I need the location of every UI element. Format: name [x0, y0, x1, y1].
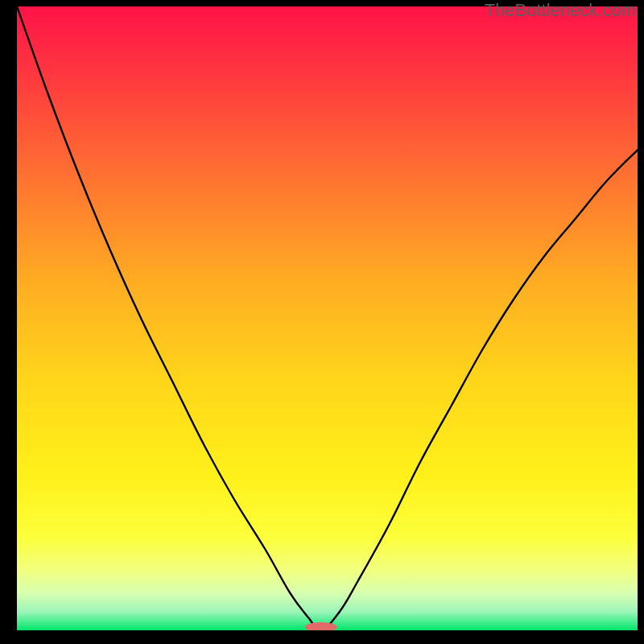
- chart-svg: [17, 6, 638, 630]
- plot-area: [17, 6, 638, 630]
- chart-frame: TheBottleneck.com: [0, 0, 644, 644]
- gradient-background: [17, 6, 638, 630]
- watermark-text: TheBottleneck.com: [485, 0, 636, 21]
